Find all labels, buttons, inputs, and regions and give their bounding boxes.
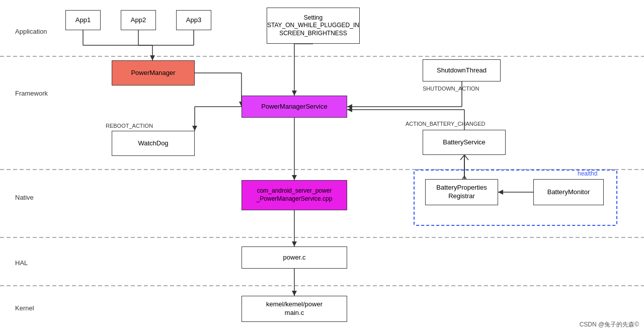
svg-marker-32 <box>292 291 297 296</box>
box-app2: App2 <box>121 10 156 30</box>
layer-kernel: Kernel <box>15 304 34 312</box>
box-com-android: com_android_server_power_PowerManagerSer… <box>242 180 347 210</box>
box-watchdog: WatchDog <box>112 131 195 156</box>
svg-marker-28 <box>292 175 297 180</box>
svg-marker-20 <box>347 104 352 109</box>
box-powermanagerservice: PowerManagerService <box>242 96 347 118</box>
box-app1: App1 <box>65 10 101 30</box>
watermark: CSDN @兔子的先森© <box>580 320 639 329</box>
svg-marker-30 <box>292 241 297 246</box>
box-powerc: power.c <box>242 246 347 269</box>
svg-marker-7 <box>150 55 155 60</box>
label-shutdown: SHUTDOWN_ACTION <box>423 86 479 92</box>
label-reboot: REBOOT_ACTION <box>106 123 153 129</box>
healthd-label: healthd <box>578 170 597 177</box>
box-shutdownthread: ShutdownThread <box>423 59 501 81</box>
layer-hal: HAL <box>15 259 28 267</box>
arrows-svg <box>0 0 644 333</box>
box-kernel-main: kemel/kemel/powermain.c <box>242 296 347 322</box>
svg-marker-14 <box>292 91 297 96</box>
layer-application: Application <box>15 28 47 35</box>
svg-marker-26 <box>347 107 352 112</box>
box-batteryproperties: BatteryPropertiesRegistrar <box>425 179 498 205</box>
label-battery-changed: ACTION_BATTERY_CHANGED <box>406 121 486 127</box>
layer-native: Native <box>15 194 34 201</box>
diagram: Application Framework Native HAL Kernel … <box>0 0 644 333</box>
svg-marker-23 <box>192 126 197 131</box>
box-app3: App3 <box>176 10 211 30</box>
box-setting: SettingSTAY_ON_WHILE_PLUGGED_INSCREEN_BR… <box>267 8 360 44</box>
box-powermanager: PowerManager <box>112 60 195 86</box>
layer-framework: Framework <box>15 90 48 97</box>
box-batterymonitor: BatteryMonitor <box>533 179 604 205</box>
box-batteryservice: BatteryService <box>423 130 506 155</box>
